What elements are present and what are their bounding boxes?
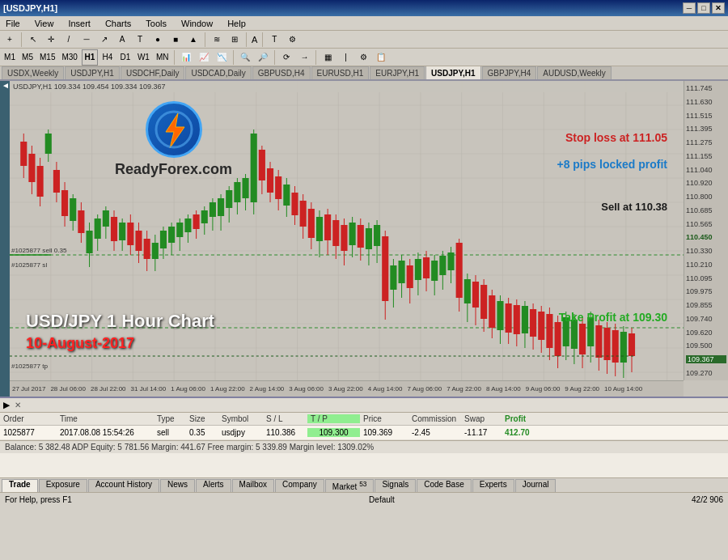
cell-swap: -11.17 [461, 428, 502, 437]
svg-rect-92 [267, 168, 273, 193]
tf-h1[interactable]: H1 [82, 49, 98, 66]
zoom-out[interactable]: 🔎 [255, 49, 271, 66]
fib-btn[interactable]: ≋ [209, 32, 225, 48]
text-btn[interactable]: A [114, 32, 130, 48]
price-111155: 111.155 [686, 152, 726, 160]
tab-gbpjpy[interactable]: GBPJPY,H4 [482, 66, 537, 79]
crosshair-btn[interactable]: ✛ [43, 32, 59, 48]
chart-type-candle[interactable]: 📈 [196, 49, 212, 66]
svg-rect-122 [390, 265, 396, 290]
chart-inner[interactable]: USDJPY,H1 109.334 109.454 109.334 109.36… [10, 81, 684, 380]
properties-btn[interactable]: ⚙ [355, 49, 371, 66]
gann-btn[interactable]: ⊞ [226, 32, 243, 48]
tab-usdjpy-h1-active[interactable]: USDJPY,H1 [425, 66, 480, 79]
sep6 [233, 50, 234, 65]
svg-rect-174 [603, 328, 610, 360]
menu-insert[interactable]: Insert [66, 18, 93, 29]
new-chart-btn[interactable]: + [2, 32, 18, 48]
tab-market[interactable]: Market 53 [325, 479, 375, 492]
close-terminal-btn[interactable]: ✕ [15, 401, 21, 409]
tf-m30[interactable]: M30 [59, 49, 79, 66]
label-btn[interactable]: T [132, 32, 148, 48]
tab-journal[interactable]: Journal [515, 479, 557, 492]
tf-d1[interactable]: D1 [117, 49, 133, 66]
svg-rect-80 [218, 198, 224, 216]
line-btn[interactable]: / [61, 32, 77, 48]
tf-w1[interactable]: W1 [135, 49, 152, 66]
svg-rect-62 [144, 239, 150, 259]
tab-usdcad[interactable]: USDCAD,Daily [185, 66, 251, 79]
tab-code-base[interactable]: Code Base [417, 479, 471, 492]
menu-view[interactable]: View [32, 18, 57, 29]
tab-usdchf[interactable]: USDCHF,Daily [121, 66, 185, 79]
svg-rect-36 [37, 166, 44, 197]
tab-gbpusd[interactable]: GBPUSD,H4 [252, 66, 311, 79]
logo-icon [154, 109, 194, 150]
cell-symbol: usdjpy [218, 428, 263, 437]
sep2 [205, 32, 205, 47]
price-110330: 110.330 [686, 247, 726, 255]
col-header-tp: T / P [307, 414, 360, 423]
col-header-swap: Swap [461, 414, 502, 423]
tab-usdjpy-h1-1[interactable]: USDJPY,H1 [65, 66, 120, 79]
template-btn[interactable]: ▦ [320, 49, 336, 66]
svg-rect-44 [70, 198, 76, 221]
menu-file[interactable]: File [3, 18, 23, 29]
tab-experts[interactable]: Experts [472, 479, 514, 492]
tab-account-history[interactable]: Account History [88, 479, 159, 492]
ellipse-btn[interactable]: ● [150, 32, 166, 48]
tab-news[interactable]: News [160, 479, 195, 492]
maximize-button[interactable]: □ [697, 2, 710, 14]
menu-window[interactable]: Window [179, 18, 215, 29]
tf-m5[interactable]: M5 [19, 49, 36, 66]
tab-usdx[interactable]: USDX,Weekly [2, 66, 64, 79]
tf-m1[interactable]: M1 [2, 49, 18, 66]
hline-btn[interactable]: ─ [78, 32, 95, 48]
menu-charts[interactable]: Charts [103, 18, 133, 29]
minimize-button[interactable]: ─ [683, 2, 696, 14]
svg-rect-90 [259, 150, 265, 180]
nav-btn[interactable]: 📋 [373, 49, 389, 66]
arrow-btn[interactable]: ↗ [96, 32, 112, 48]
chart-shift[interactable]: → [296, 49, 312, 66]
menu-help[interactable]: Help [225, 18, 248, 29]
svg-rect-38 [45, 134, 52, 154]
chart-logo: ReadyForex.com [115, 101, 232, 178]
terminal-table-header: Order Time Type Size Symbol S / L T / P … [0, 413, 728, 426]
tab-audusd[interactable]: AUDUSD,Weekly [537, 66, 612, 79]
rect-btn[interactable]: ■ [167, 32, 184, 48]
autoscroll[interactable]: ⟳ [278, 49, 294, 66]
terminal-status-bar: Balance: 5 382.48 ADP Equity: 5 781.56 M… [0, 440, 728, 453]
tf-m15[interactable]: M15 [37, 49, 57, 66]
tab-exposure[interactable]: Exposure [39, 479, 87, 492]
period-sep-btn[interactable]: | [337, 49, 353, 66]
cell-commission: -2.45 [408, 428, 461, 437]
indicators-btn[interactable]: ⚙ [284, 32, 300, 48]
sep1 [21, 32, 22, 47]
tf-h4[interactable]: H4 [99, 49, 116, 66]
close-button[interactable]: ✕ [712, 2, 725, 14]
tri-btn[interactable]: ▲ [185, 32, 201, 48]
price-110450: 110.450 [686, 233, 726, 241]
svg-rect-156 [530, 309, 536, 337]
svg-rect-142 [472, 282, 479, 308]
tab-trade[interactable]: Trade [2, 479, 38, 492]
svg-text:#1025877 tp: #1025877 tp [11, 363, 49, 370]
period-btn[interactable]: T [266, 32, 282, 48]
tf-mn[interactable]: MN [154, 49, 171, 66]
zoom-in[interactable]: 🔍 [237, 49, 253, 66]
chart-type-line[interactable]: 📉 [214, 49, 230, 66]
chart-type-bar[interactable]: 📊 [178, 49, 194, 66]
col-header-size: Size [186, 414, 218, 423]
take-profit-annotation: Take Profit at 109.30 [559, 311, 667, 324]
tab-mailbox[interactable]: Mailbox [232, 479, 274, 492]
tab-eurusd[interactable]: EURUSD,H1 [311, 66, 370, 79]
svg-rect-76 [201, 210, 208, 223]
tab-company[interactable]: Company [275, 479, 324, 492]
tab-alerts[interactable]: Alerts [196, 479, 231, 492]
menu-tools[interactable]: Tools [143, 18, 169, 29]
cell-size: 0.35 [186, 428, 218, 437]
tab-eurjpy[interactable]: EURJPY,H1 [370, 66, 425, 79]
tab-signals[interactable]: Signals [375, 479, 416, 492]
cursor-btn[interactable]: ↖ [25, 32, 41, 48]
